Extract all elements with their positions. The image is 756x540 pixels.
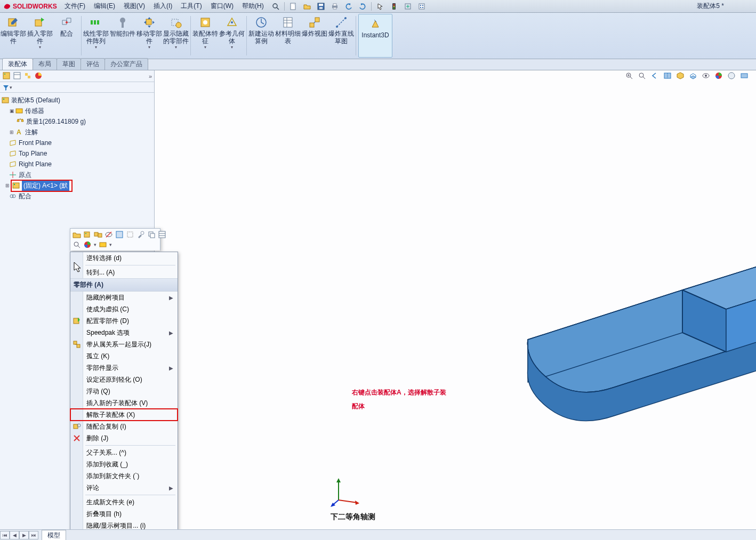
ctx-speedpak[interactable]: Speedpak 选项▶ (70, 327, 178, 338)
ribbon-linear-pattern[interactable]: 线性零部件阵列▾ (83, 13, 109, 59)
graphics-viewport[interactable]: 右键点击装配体A，选择解散子装 配体 下二等角轴测 (155, 70, 756, 540)
display-style-icon[interactable] (689, 71, 698, 81)
ribbon-insert-component[interactable]: 插入零部件▾ (27, 13, 53, 59)
ctx-appearance-icon[interactable] (83, 240, 92, 249)
tab-evaluate[interactable]: 评估 (81, 58, 105, 70)
tab-layout[interactable]: 布局 (33, 58, 57, 70)
ctx-float[interactable]: 浮动 (Q) (70, 385, 178, 397)
menu-tools[interactable]: 工具(T) (176, 0, 206, 13)
model-tab[interactable]: 模型 (42, 530, 66, 541)
config-manager-tab-icon[interactable] (23, 71, 33, 81)
tree-mates[interactable]: 配合 (1, 191, 153, 202)
ctx-fix-icon[interactable] (136, 230, 145, 239)
ribbon-assembly-features[interactable]: 装配体特征▾ (192, 13, 219, 59)
select-icon[interactable] (375, 1, 385, 12)
ribbon-bom[interactable]: 材料明细表 (275, 13, 301, 59)
ctx-open-icon[interactable] (73, 230, 81, 239)
menu-help[interactable]: 帮助(H) (238, 0, 268, 13)
ctx-hidden-tree[interactable]: 隐藏的树项目▶ (70, 292, 178, 303)
nav-next-icon[interactable]: ▶ (19, 531, 29, 539)
ribbon-ref-geometry[interactable]: 参考几何体▾ (219, 13, 245, 59)
hide-show-icon[interactable] (702, 71, 711, 81)
view-orientation-icon[interactable] (676, 71, 686, 81)
ctx-set-lightweight[interactable]: 设定还原到轻化 (O) (70, 374, 178, 385)
new-icon[interactable] (288, 1, 299, 12)
nav-prev-icon[interactable]: ◀ (10, 531, 19, 539)
ctx-show-with-dependents[interactable]: 带从属关系一起显示(J) (70, 338, 178, 350)
menu-view[interactable]: 视图(V) (119, 0, 149, 13)
ctx-invert-selection[interactable]: 逆转选择 (d) (70, 252, 178, 264)
menu-edit[interactable]: 编辑(E) (90, 0, 119, 13)
ribbon-smart-fasteners[interactable]: 智能扣件 (109, 13, 136, 59)
ctx-edit-part-icon[interactable] (83, 230, 92, 239)
ctx-create-new-folder[interactable]: 生成新文件夹 (e) (70, 496, 178, 508)
ctx-copy-with-mates[interactable]: 随配合复制 (I) (70, 421, 178, 432)
ribbon-edit-component[interactable]: 编辑零部件 (0, 13, 27, 59)
tree-annotations[interactable]: ⊞A注解 (1, 127, 153, 138)
ctx-add-to-new-folder[interactable]: 添加到新文件夹 (`) (70, 470, 178, 482)
tree-origin[interactable]: 原点 (1, 170, 153, 180)
save-icon[interactable] (316, 1, 326, 12)
print-icon[interactable] (329, 1, 340, 12)
traffic-icon[interactable] (389, 1, 399, 12)
menu-file[interactable]: 文件(F) (60, 0, 90, 13)
menu-insert[interactable]: 插入(I) (149, 0, 176, 13)
ribbon-exploded[interactable]: 爆炸视图 (301, 13, 328, 59)
tree-top-plane[interactable]: Top Plane (1, 148, 153, 159)
feature-tree-tab-icon[interactable] (2, 71, 12, 81)
ctx-properties-icon[interactable] (158, 230, 166, 239)
ctx-add-to-fav[interactable]: 添加到收藏 (_) (70, 458, 178, 470)
ctx-hide-icon[interactable] (104, 230, 113, 239)
zoom-fit-icon[interactable] (625, 71, 634, 81)
ribbon-show-hidden[interactable]: 显示隐藏的零部件▾ (163, 13, 189, 59)
ctx-collapse[interactable]: 折叠项目 (h) (70, 508, 178, 520)
zoom-area-icon[interactable] (638, 71, 647, 81)
menu-window[interactable]: 窗口(W) (206, 0, 238, 13)
panel-collapse-icon[interactable]: » (149, 73, 152, 79)
tree-mass[interactable]: 质量1(269.141809 g) (1, 116, 153, 127)
qat-search-icon[interactable] (270, 1, 281, 12)
section-view-icon[interactable] (663, 71, 673, 81)
ctx-zoom-icon[interactable] (73, 240, 81, 249)
tree-root[interactable]: 装配体5 (Default) (1, 95, 153, 106)
tree-front-plane[interactable]: Front Plane (1, 138, 153, 148)
ctx-dissolve-subassembly[interactable]: 解散子装配体 (X) (70, 409, 178, 421)
view-settings-icon[interactable] (740, 71, 750, 81)
ctx-parent-child[interactable]: 父子关系... (^) (70, 447, 178, 458)
property-manager-tab-icon[interactable] (13, 71, 22, 81)
ribbon-explode-line[interactable]: 爆炸直线草图 (328, 13, 355, 59)
nav-first-icon[interactable]: ⏮ (0, 531, 10, 539)
options-icon[interactable] (416, 1, 427, 12)
ctx-edit-assembly-icon[interactable] (94, 230, 102, 239)
previous-view-icon[interactable] (650, 71, 660, 81)
tab-sketch[interactable]: 草图 (57, 58, 81, 70)
ribbon-mate[interactable]: 配合 (53, 13, 80, 59)
ctx-comments[interactable]: 评论▶ (70, 482, 178, 494)
ribbon-move-component[interactable]: 移动零部件▾ (136, 13, 163, 59)
rebuild-icon[interactable] (403, 1, 413, 12)
tree-filter-bar[interactable]: ▾ (0, 82, 154, 93)
open-icon[interactable] (302, 1, 312, 12)
ctx-insert-new-sub[interactable]: 插入新的子装配体 (V) (70, 397, 178, 409)
ctx-make-virtual[interactable]: 使成为虚拟 (C) (70, 303, 178, 315)
tab-assembly[interactable]: 装配体 (2, 58, 33, 70)
ribbon-instant3d[interactable]: Instant3D (358, 14, 392, 58)
apply-scene-icon[interactable] (727, 71, 737, 81)
ctx-transparency-icon[interactable] (115, 230, 124, 239)
ctx-configure[interactable]: 配置零部件 (D) (70, 315, 178, 327)
ctx-isolate[interactable]: 孤立 (K) (70, 350, 178, 362)
ctx-suppress-icon[interactable] (126, 230, 134, 239)
ctx-copy-icon[interactable] (147, 230, 156, 239)
ctx-go-to[interactable]: 转到... (A) (70, 267, 178, 278)
dimxpert-tab-icon[interactable] (34, 71, 44, 81)
tree-sensors[interactable]: ▣传感器 (1, 106, 153, 116)
ribbon-new-motion[interactable]: 新建运动算例 (248, 13, 275, 59)
tab-office[interactable]: 办公室产品 (104, 58, 148, 70)
tree-selected-component[interactable]: ⊞ (固定) A<1> (默 (1, 180, 153, 191)
nav-last-icon[interactable]: ⏭ (29, 531, 38, 539)
ctx-material-icon[interactable] (99, 240, 107, 249)
model-part[interactable] (496, 198, 756, 428)
ctx-delete[interactable]: 删除 (J) (70, 432, 178, 444)
ctx-component-display[interactable]: 零部件显示▶ (70, 362, 178, 374)
undo-icon[interactable] (343, 1, 354, 12)
